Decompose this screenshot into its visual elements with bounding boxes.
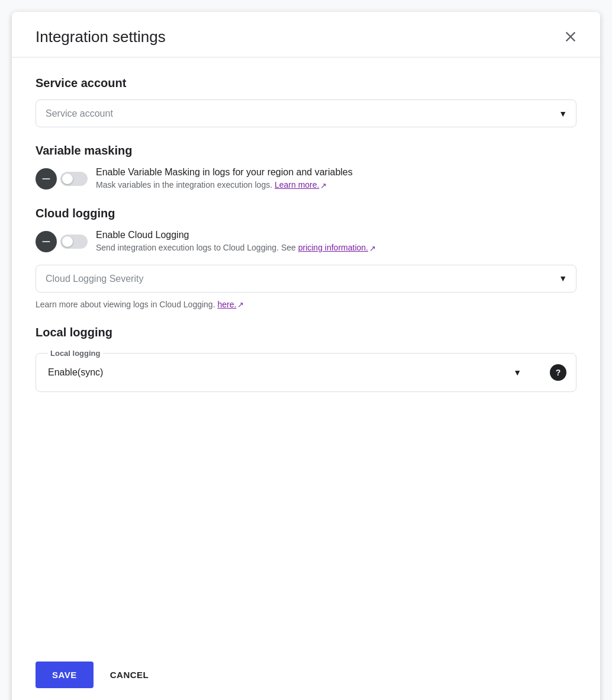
cloud-logging-toggle-row: Enable Cloud Logging Send integration ex… [36,230,576,253]
cloud-logging-section: Cloud logging Enable Cloud Logging Send … [36,207,576,310]
local-logging-select[interactable]: Enable(sync) Enable(async) Disable [46,362,543,382]
local-logging-help-icon[interactable]: ? [550,364,566,381]
variable-masking-title: Variable masking [36,144,576,158]
service-account-title: Service account [36,76,576,90]
cloud-logging-toggle-container[interactable] [36,231,88,252]
cloud-logging-severity-wrapper: Cloud Logging Severity ▼ [36,265,576,293]
local-logging-fieldset: Local logging Enable(sync) Enable(async)… [36,349,576,392]
save-button[interactable]: SAVE [36,662,94,688]
dialog-footer: SAVE CANCEL [12,647,600,700]
variable-masking-toggle-thumb [62,174,73,184]
cloud-logging-main-label: Enable Cloud Logging [96,230,376,240]
variable-masking-sub-label: Mask variables in the integration execut… [96,180,353,190]
cloud-logging-title: Cloud logging [36,207,576,220]
service-account-select-wrapper: Service account ▼ [36,99,576,127]
svg-rect-1 [42,241,50,242]
cloud-logging-here-link[interactable]: here. [217,300,236,309]
dialog-header: Integration settings [12,12,600,57]
service-account-section: Service account Service account ▼ [36,76,576,127]
dialog-body: Service account Service account ▼ Variab… [12,57,600,647]
service-account-select[interactable]: Service account [36,99,576,127]
dialog-title: Integration settings [36,28,166,46]
svg-rect-0 [42,178,50,179]
cloud-logging-toggle-track[interactable] [60,235,88,249]
cloud-logging-here-external-icon: ↗ [237,300,244,309]
cancel-button[interactable]: CANCEL [108,662,152,688]
cloud-logging-pricing-link[interactable]: pricing information. [298,243,368,252]
integration-settings-dialog: Integration settings Service account Ser… [12,12,600,700]
variable-masking-labels: Enable Variable Masking in logs for your… [96,167,353,190]
variable-masking-toggle-container[interactable] [36,168,88,190]
cloud-logging-toggle-thumb [62,236,73,247]
variable-masking-toggle-track[interactable] [60,172,88,186]
cloud-logging-minus-icon[interactable] [36,231,57,252]
variable-masking-section: Variable masking Enable Variable Masking… [36,144,576,190]
local-logging-title: Local logging [36,326,576,339]
local-logging-select-wrapper: Enable(sync) Enable(async) Disable ▼ [46,362,543,382]
close-button[interactable] [560,26,581,47]
variable-masking-learn-more-link[interactable]: Learn more. [275,180,319,190]
variable-masking-minus-icon[interactable] [36,168,57,190]
local-logging-legend: Local logging [48,349,103,358]
local-logging-select-row: Enable(sync) Enable(async) Disable ▼ ? [46,362,566,382]
cloud-logging-learn-more-text: Learn more about viewing logs in Cloud L… [36,300,576,310]
cloud-logging-severity-select-wrapper: Cloud Logging Severity ▼ [36,265,576,293]
cloud-logging-labels: Enable Cloud Logging Send integration ex… [96,230,376,253]
cloud-logging-external-icon: ↗ [369,244,376,253]
close-icon [562,28,579,45]
cloud-logging-severity-select[interactable]: Cloud Logging Severity [36,265,576,293]
cloud-logging-sub-label: Send integration execution logs to Cloud… [96,243,376,253]
local-logging-section: Local logging Local logging Enable(sync)… [36,326,576,392]
variable-masking-external-icon: ↗ [320,181,327,190]
minus-icon [40,173,52,185]
variable-masking-toggle-row: Enable Variable Masking in logs for your… [36,167,576,190]
variable-masking-main-label: Enable Variable Masking in logs for your… [96,167,353,178]
minus-icon-cloud [40,236,52,248]
